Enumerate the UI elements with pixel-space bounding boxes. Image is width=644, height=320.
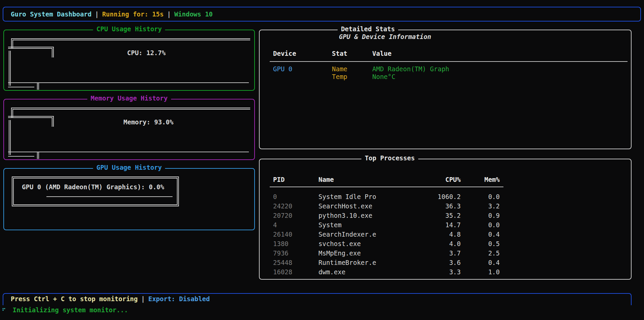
process-mem: 0.4 — [461, 258, 500, 267]
memory-chart-baseline — [8, 152, 249, 152]
process-pid: 24220 — [273, 201, 318, 211]
process-row: 4System14.70.0 — [273, 220, 628, 230]
process-table: 0System Idle Pro1060.20.0 24220SearchHos… — [273, 192, 628, 277]
gpu-chart-baseline — [46, 196, 173, 197]
process-name: System — [318, 220, 409, 230]
process-row: 20720python3.10.exe35.20.9 — [273, 211, 628, 220]
processes-panel-title: Top Processes — [362, 154, 418, 162]
process-cpu: 35.2 — [409, 211, 461, 220]
detailed-stats-panel: Detailed Stats GPU & Device Information … — [259, 30, 632, 149]
process-name: python3.10.exe — [318, 211, 409, 220]
process-cpu: 3.3 — [409, 267, 461, 277]
process-row: 16028dwm.exe3.31.0 — [273, 267, 628, 277]
process-pid: 25448 — [273, 258, 318, 267]
stats-header-value: Value — [372, 50, 391, 57]
process-cpu: 1060.2 — [409, 192, 461, 201]
memory-usage-panel: Memory Usage History Memory: 93.0% — [3, 99, 255, 160]
stop-hint: Press Ctrl + C to stop monitoring — [11, 295, 138, 303]
os-label: Windows 10 — [174, 10, 213, 18]
process-cpu: 3.7 — [409, 248, 461, 258]
cpu-chart-line-drop — [9, 51, 11, 86]
process-mem: 1.0 — [461, 267, 500, 277]
stats-row-value: AMD Radeon(TM) Graph — [372, 65, 449, 73]
process-mem: 3.2 — [461, 201, 500, 211]
process-pid: 26140 — [273, 230, 318, 239]
top-processes-panel: Top Processes PID Name CPU% Mem% 0System… — [259, 159, 632, 280]
process-pid: 7936 — [273, 248, 318, 258]
process-name: SearchHost.exe — [318, 201, 409, 211]
status-message: Initializing system monitor... — [12, 306, 128, 314]
process-cpu: 3.6 — [409, 258, 461, 267]
memory-value-label: Memory: 93.0% — [123, 117, 174, 127]
proc-header-cpu: CPU% — [409, 176, 461, 183]
memory-chart-line-step — [8, 116, 54, 127]
process-mem: 0.0 — [461, 220, 500, 230]
process-row: 24220SearchHost.exe36.33.2 — [273, 201, 628, 211]
process-mem: 0.0 — [461, 192, 500, 201]
app-title: Guro System Dashboard — [11, 10, 91, 18]
gpu-usage-panel: GPU Usage History GPU 0 (AMD Radeon(TM) … — [3, 168, 255, 230]
cpu-chart-tail — [8, 87, 34, 87]
status-line: ⠋ Initializing system monitor... — [2, 305, 128, 315]
process-mem: 0.4 — [461, 230, 500, 239]
proc-header-name: Name — [318, 176, 334, 183]
process-mem: 0.9 — [461, 211, 500, 220]
process-name: MsMpEng.exe — [318, 248, 409, 258]
stats-row-value: None°C — [372, 73, 395, 80]
process-cpu: 14.7 — [409, 220, 461, 230]
process-row: 26140SearchIndexer.e4.80.4 — [273, 230, 628, 239]
process-cpu: 4.0 — [409, 239, 461, 248]
footer-bar: Press Ctrl + C to stop monitoring | Expo… — [3, 293, 632, 305]
process-row: 0System Idle Pro1060.20.0 — [273, 192, 628, 201]
separator: | — [91, 10, 102, 18]
stats-panel-title: Detailed Stats — [338, 25, 398, 33]
cpu-chart-line-step — [8, 47, 54, 57]
stats-header-rule — [270, 61, 628, 62]
gpu-chart-box: GPU 0 (AMD Radeon(TM) Graphics): 0.0% — [12, 176, 179, 206]
stats-subtitle: GPU & Device Information — [339, 33, 431, 40]
export-status: Export: Disabled — [148, 295, 210, 303]
stats-row-device: GPU 0 — [273, 65, 292, 73]
cpu-panel-title: CPU Usage History — [93, 25, 165, 33]
memory-chart-tail — [8, 156, 34, 157]
process-pid: 0 — [273, 192, 318, 201]
proc-header-pid: PID — [273, 176, 285, 183]
proc-header-mem: Mem% — [461, 176, 500, 183]
separator: | — [164, 10, 174, 18]
stats-row-key: Temp — [332, 73, 347, 80]
process-pid: 16028 — [273, 267, 318, 277]
separator: | — [138, 295, 148, 303]
process-pid: 4 — [273, 220, 318, 230]
memory-panel-title: Memory Usage History — [87, 94, 171, 102]
process-mem: 0.5 — [461, 239, 500, 248]
process-mem: 2.5 — [461, 248, 500, 258]
memory-chart-line-drop — [9, 120, 11, 155]
process-row: 25448RuntimeBroker.e3.60.4 — [273, 258, 628, 267]
process-pid: 1380 — [273, 239, 318, 248]
gpu-value-label: GPU 0 (AMD Radeon(TM) Graphics): 0.0% — [22, 182, 164, 192]
process-row: 1380svchost.exe4.00.5 — [273, 239, 628, 248]
process-cpu: 4.8 — [409, 230, 461, 239]
cpu-usage-panel: CPU Usage History CPU: 12.7% — [3, 30, 255, 91]
uptime-label: Running for: 15s — [102, 10, 164, 18]
process-name: RuntimeBroker.e — [318, 258, 409, 267]
cpu-value-label: CPU: 12.7% — [127, 48, 165, 57]
stats-row-key: Name — [332, 65, 347, 73]
process-name: SearchIndexer.e — [318, 230, 409, 239]
process-name: svchost.exe — [318, 239, 409, 248]
process-name: dwm.exe — [318, 267, 409, 277]
process-cpu: 36.3 — [409, 201, 461, 211]
gpu-panel-title: GPU Usage History — [93, 164, 165, 171]
header-bar: Guro System Dashboard | Running for: 15s… — [3, 7, 641, 22]
proc-header-rule — [270, 187, 503, 187]
memory-chart-tick — [37, 152, 39, 159]
cpu-chart-tick — [37, 83, 39, 90]
spinner-icon: ⠋ — [2, 308, 6, 314]
process-name: System Idle Pro — [318, 192, 409, 201]
stats-header-device: Device — [273, 50, 296, 57]
process-row: 7936MsMpEng.exe3.72.5 — [273, 248, 628, 258]
stats-header-stat: Stat — [332, 50, 347, 57]
cpu-chart-baseline — [8, 82, 249, 83]
process-pid: 20720 — [273, 211, 318, 220]
